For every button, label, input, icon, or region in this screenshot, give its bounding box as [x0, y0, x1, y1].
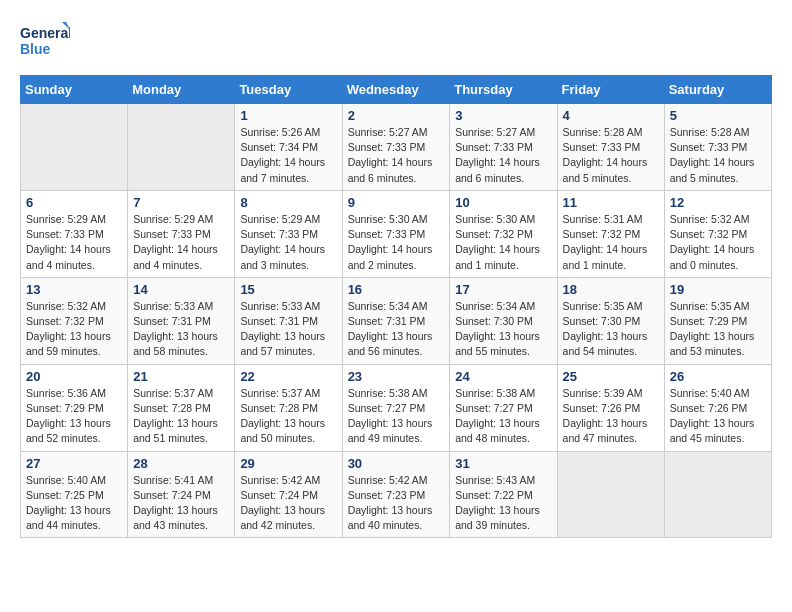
day-number: 14: [133, 282, 229, 297]
calendar-cell: 14Sunrise: 5:33 AM Sunset: 7:31 PM Dayli…: [128, 277, 235, 364]
day-info: Sunrise: 5:35 AM Sunset: 7:30 PM Dayligh…: [563, 299, 659, 360]
day-info: Sunrise: 5:41 AM Sunset: 7:24 PM Dayligh…: [133, 473, 229, 534]
day-number: 11: [563, 195, 659, 210]
day-info: Sunrise: 5:34 AM Sunset: 7:30 PM Dayligh…: [455, 299, 551, 360]
day-info: Sunrise: 5:43 AM Sunset: 7:22 PM Dayligh…: [455, 473, 551, 534]
day-header-wednesday: Wednesday: [342, 76, 450, 104]
calendar-cell: 15Sunrise: 5:33 AM Sunset: 7:31 PM Dayli…: [235, 277, 342, 364]
logo-svg: General Blue: [20, 20, 70, 65]
calendar-cell: 12Sunrise: 5:32 AM Sunset: 7:32 PM Dayli…: [664, 190, 771, 277]
calendar-cell: 27Sunrise: 5:40 AM Sunset: 7:25 PM Dayli…: [21, 451, 128, 538]
day-number: 24: [455, 369, 551, 384]
day-number: 16: [348, 282, 445, 297]
calendar-cell: 1Sunrise: 5:26 AM Sunset: 7:34 PM Daylig…: [235, 104, 342, 191]
day-number: 19: [670, 282, 766, 297]
day-info: Sunrise: 5:34 AM Sunset: 7:31 PM Dayligh…: [348, 299, 445, 360]
day-header-friday: Friday: [557, 76, 664, 104]
day-info: Sunrise: 5:37 AM Sunset: 7:28 PM Dayligh…: [240, 386, 336, 447]
day-number: 28: [133, 456, 229, 471]
day-header-saturday: Saturday: [664, 76, 771, 104]
calendar-cell: 23Sunrise: 5:38 AM Sunset: 7:27 PM Dayli…: [342, 364, 450, 451]
calendar-cell: 30Sunrise: 5:42 AM Sunset: 7:23 PM Dayli…: [342, 451, 450, 538]
calendar-table: SundayMondayTuesdayWednesdayThursdayFrid…: [20, 75, 772, 538]
calendar-cell: 28Sunrise: 5:41 AM Sunset: 7:24 PM Dayli…: [128, 451, 235, 538]
day-info: Sunrise: 5:32 AM Sunset: 7:32 PM Dayligh…: [26, 299, 122, 360]
day-number: 1: [240, 108, 336, 123]
day-info: Sunrise: 5:38 AM Sunset: 7:27 PM Dayligh…: [455, 386, 551, 447]
logo: General Blue: [20, 20, 70, 65]
day-info: Sunrise: 5:30 AM Sunset: 7:32 PM Dayligh…: [455, 212, 551, 273]
day-number: 6: [26, 195, 122, 210]
day-header-tuesday: Tuesday: [235, 76, 342, 104]
day-info: Sunrise: 5:27 AM Sunset: 7:33 PM Dayligh…: [348, 125, 445, 186]
calendar-cell: 13Sunrise: 5:32 AM Sunset: 7:32 PM Dayli…: [21, 277, 128, 364]
day-header-thursday: Thursday: [450, 76, 557, 104]
day-info: Sunrise: 5:27 AM Sunset: 7:33 PM Dayligh…: [455, 125, 551, 186]
calendar-cell: 21Sunrise: 5:37 AM Sunset: 7:28 PM Dayli…: [128, 364, 235, 451]
day-info: Sunrise: 5:42 AM Sunset: 7:24 PM Dayligh…: [240, 473, 336, 534]
day-number: 18: [563, 282, 659, 297]
calendar-cell: 18Sunrise: 5:35 AM Sunset: 7:30 PM Dayli…: [557, 277, 664, 364]
calendar-cell: [557, 451, 664, 538]
calendar-week-row: 6Sunrise: 5:29 AM Sunset: 7:33 PM Daylig…: [21, 190, 772, 277]
calendar-cell: 25Sunrise: 5:39 AM Sunset: 7:26 PM Dayli…: [557, 364, 664, 451]
day-header-sunday: Sunday: [21, 76, 128, 104]
day-number: 5: [670, 108, 766, 123]
calendar-cell: 20Sunrise: 5:36 AM Sunset: 7:29 PM Dayli…: [21, 364, 128, 451]
calendar-cell: 5Sunrise: 5:28 AM Sunset: 7:33 PM Daylig…: [664, 104, 771, 191]
calendar-cell: [21, 104, 128, 191]
day-info: Sunrise: 5:35 AM Sunset: 7:29 PM Dayligh…: [670, 299, 766, 360]
day-info: Sunrise: 5:29 AM Sunset: 7:33 PM Dayligh…: [26, 212, 122, 273]
day-number: 4: [563, 108, 659, 123]
calendar-cell: 31Sunrise: 5:43 AM Sunset: 7:22 PM Dayli…: [450, 451, 557, 538]
day-number: 29: [240, 456, 336, 471]
day-number: 26: [670, 369, 766, 384]
day-number: 13: [26, 282, 122, 297]
day-number: 10: [455, 195, 551, 210]
day-number: 3: [455, 108, 551, 123]
calendar-body: 1Sunrise: 5:26 AM Sunset: 7:34 PM Daylig…: [21, 104, 772, 538]
day-number: 15: [240, 282, 336, 297]
day-number: 9: [348, 195, 445, 210]
calendar-cell: 17Sunrise: 5:34 AM Sunset: 7:30 PM Dayli…: [450, 277, 557, 364]
day-number: 30: [348, 456, 445, 471]
day-number: 27: [26, 456, 122, 471]
calendar-cell: [128, 104, 235, 191]
calendar-week-row: 13Sunrise: 5:32 AM Sunset: 7:32 PM Dayli…: [21, 277, 772, 364]
day-info: Sunrise: 5:28 AM Sunset: 7:33 PM Dayligh…: [563, 125, 659, 186]
calendar-cell: 24Sunrise: 5:38 AM Sunset: 7:27 PM Dayli…: [450, 364, 557, 451]
day-number: 22: [240, 369, 336, 384]
day-info: Sunrise: 5:36 AM Sunset: 7:29 PM Dayligh…: [26, 386, 122, 447]
day-number: 12: [670, 195, 766, 210]
day-info: Sunrise: 5:30 AM Sunset: 7:33 PM Dayligh…: [348, 212, 445, 273]
day-number: 7: [133, 195, 229, 210]
calendar-week-row: 27Sunrise: 5:40 AM Sunset: 7:25 PM Dayli…: [21, 451, 772, 538]
day-number: 21: [133, 369, 229, 384]
day-number: 8: [240, 195, 336, 210]
calendar-cell: 6Sunrise: 5:29 AM Sunset: 7:33 PM Daylig…: [21, 190, 128, 277]
day-header-monday: Monday: [128, 76, 235, 104]
calendar-cell: 22Sunrise: 5:37 AM Sunset: 7:28 PM Dayli…: [235, 364, 342, 451]
calendar-cell: 4Sunrise: 5:28 AM Sunset: 7:33 PM Daylig…: [557, 104, 664, 191]
day-number: 20: [26, 369, 122, 384]
day-info: Sunrise: 5:29 AM Sunset: 7:33 PM Dayligh…: [240, 212, 336, 273]
calendar-cell: 2Sunrise: 5:27 AM Sunset: 7:33 PM Daylig…: [342, 104, 450, 191]
calendar-cell: 7Sunrise: 5:29 AM Sunset: 7:33 PM Daylig…: [128, 190, 235, 277]
svg-text:General: General: [20, 25, 70, 41]
calendar-cell: 8Sunrise: 5:29 AM Sunset: 7:33 PM Daylig…: [235, 190, 342, 277]
day-info: Sunrise: 5:33 AM Sunset: 7:31 PM Dayligh…: [133, 299, 229, 360]
calendar-cell: 19Sunrise: 5:35 AM Sunset: 7:29 PM Dayli…: [664, 277, 771, 364]
page-header: General Blue: [20, 20, 772, 65]
day-number: 17: [455, 282, 551, 297]
day-info: Sunrise: 5:32 AM Sunset: 7:32 PM Dayligh…: [670, 212, 766, 273]
calendar-week-row: 1Sunrise: 5:26 AM Sunset: 7:34 PM Daylig…: [21, 104, 772, 191]
day-info: Sunrise: 5:40 AM Sunset: 7:25 PM Dayligh…: [26, 473, 122, 534]
day-info: Sunrise: 5:39 AM Sunset: 7:26 PM Dayligh…: [563, 386, 659, 447]
calendar-cell: 16Sunrise: 5:34 AM Sunset: 7:31 PM Dayli…: [342, 277, 450, 364]
calendar-cell: 3Sunrise: 5:27 AM Sunset: 7:33 PM Daylig…: [450, 104, 557, 191]
calendar-cell: 29Sunrise: 5:42 AM Sunset: 7:24 PM Dayli…: [235, 451, 342, 538]
day-number: 31: [455, 456, 551, 471]
svg-text:Blue: Blue: [20, 41, 51, 57]
calendar-header-row: SundayMondayTuesdayWednesdayThursdayFrid…: [21, 76, 772, 104]
calendar-cell: 11Sunrise: 5:31 AM Sunset: 7:32 PM Dayli…: [557, 190, 664, 277]
